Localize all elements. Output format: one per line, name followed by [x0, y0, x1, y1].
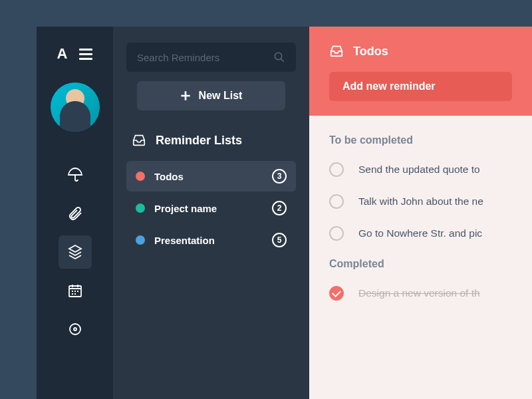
task-item[interactable]: Go to Nowhere Str. and pic — [329, 226, 512, 241]
color-dot — [136, 235, 145, 245]
task-text: Send the updated quote to — [358, 164, 480, 176]
list-label: Todos — [154, 171, 263, 182]
paperclip-icon[interactable] — [59, 197, 92, 230]
task-text: Design a new version of th — [358, 287, 480, 299]
search-input[interactable] — [137, 52, 273, 63]
layers-icon[interactable] — [59, 235, 92, 269]
completed-header: Completed — [329, 258, 512, 270]
svg-point-1 — [70, 324, 80, 334]
color-dot — [136, 172, 145, 181]
add-reminder-button[interactable]: Add new reminder — [329, 72, 512, 101]
list-item-todos[interactable]: Todos3 — [126, 161, 296, 192]
count-badge: 5 — [272, 233, 287, 247]
checkbox-checked[interactable] — [329, 286, 344, 301]
umbrella-icon[interactable] — [59, 158, 92, 192]
lists-panel: New List Reminder Lists Todos3Project na… — [113, 27, 309, 399]
svg-point-2 — [74, 328, 76, 331]
svg-point-3 — [275, 53, 282, 60]
lists-header: Reminder Lists — [126, 133, 296, 148]
search-field[interactable] — [126, 43, 296, 72]
plus-icon — [180, 90, 191, 101]
inbox-icon — [132, 133, 146, 148]
main-title: Todos — [353, 45, 388, 59]
color-dot — [136, 203, 145, 213]
avatar[interactable] — [51, 82, 100, 132]
inbox-icon — [329, 44, 344, 59]
location-icon[interactable] — [59, 313, 92, 346]
count-badge: 2 — [272, 201, 287, 215]
main-header: Todos Add new reminder — [309, 27, 532, 116]
new-list-button[interactable]: New List — [137, 81, 285, 110]
list-item-presentation[interactable]: Presentation5 — [126, 225, 296, 255]
main-panel: Todos Add new reminder To be completed S… — [309, 27, 532, 399]
new-list-label: New List — [199, 90, 243, 102]
checkbox[interactable] — [329, 162, 344, 177]
task-text: Go to Nowhere Str. and pic — [358, 227, 482, 239]
task-item[interactable]: Design a new version of th — [329, 286, 512, 301]
search-icon — [273, 51, 285, 63]
task-item[interactable]: Send the updated quote to — [329, 162, 512, 177]
count-badge: 3 — [272, 169, 287, 184]
pending-header: To be completed — [329, 134, 512, 146]
calendar-icon[interactable] — [59, 274, 92, 307]
list-label: Project name — [154, 203, 263, 214]
nav-rail: A — [37, 27, 113, 399]
task-text: Talk with John about the ne — [358, 196, 483, 207]
menu-icon[interactable] — [79, 49, 92, 60]
app-logo: A — [57, 45, 68, 63]
checkbox[interactable] — [329, 226, 344, 241]
task-item[interactable]: Talk with John about the ne — [329, 194, 512, 209]
checkbox[interactable] — [329, 194, 344, 209]
list-label: Presentation — [154, 235, 263, 246]
list-item-project-name[interactable]: Project name2 — [126, 193, 296, 223]
